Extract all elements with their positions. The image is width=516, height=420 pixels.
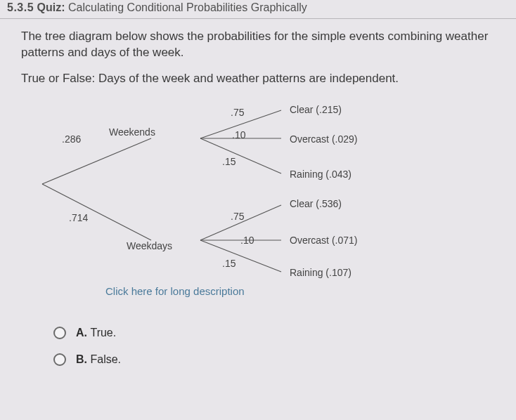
label-weekdays: Weekdays [127,240,172,251]
question-text: True or False: Days of the week and weat… [21,71,501,87]
radio-icon [53,353,66,366]
p-weekdays: .714 [69,212,88,223]
p-weekends-overcast: .10 [232,129,245,140]
tree-diagram: .286 .714 Weekends Weekdays .75 .10 .15 … [28,100,506,282]
p-weekdays-raining: .15 [222,258,236,269]
answer-b-text: False. [90,353,121,365]
answer-a-label: A. [76,327,87,339]
tree-lines [28,100,506,282]
svg-line-0 [42,138,151,184]
answer-a-text: True. [90,327,116,339]
label-weekends: Weekends [109,126,155,138]
quiz-label: Quiz: [37,1,65,13]
answer-list: A. True. B. False. [53,327,501,366]
answer-option-a[interactable]: A. True. [53,327,501,339]
p-weekends-clear: .75 [231,107,244,118]
section-number: 5.3.5 [7,1,34,13]
leaf-weekdays-overcast: Overcast (.071) [290,235,357,246]
long-description-link[interactable]: Click here for long description [105,285,501,297]
leaf-weekends-raining: Raining (.043) [290,169,351,180]
leaf-weekends-overcast: Overcast (.029) [290,133,357,145]
answer-b-label: B. [76,353,87,365]
p-weekends: .286 [62,133,81,145]
leaf-weekdays-raining: Raining (.107) [290,267,351,278]
content-area: The tree diagram below shows the probabi… [0,19,516,386]
p-weekdays-clear: .75 [231,211,244,222]
quiz-title: Calculating Conditional Probabilities Gr… [68,1,307,13]
p-weekends-raining: .15 [222,156,236,167]
p-weekdays-overcast: .10 [240,235,254,246]
prompt-text: The tree diagram below shows the probabi… [21,29,501,61]
leaf-weekdays-clear: Clear (.536) [290,198,342,209]
svg-line-1 [42,184,151,240]
leaf-weekends-clear: Clear (.215) [290,104,342,115]
svg-line-4 [200,138,281,173]
radio-icon [53,327,66,339]
quiz-header: 5.3.5 Quiz: Calculating Conditional Prob… [0,0,516,19]
answer-option-b[interactable]: B. False. [53,353,501,366]
